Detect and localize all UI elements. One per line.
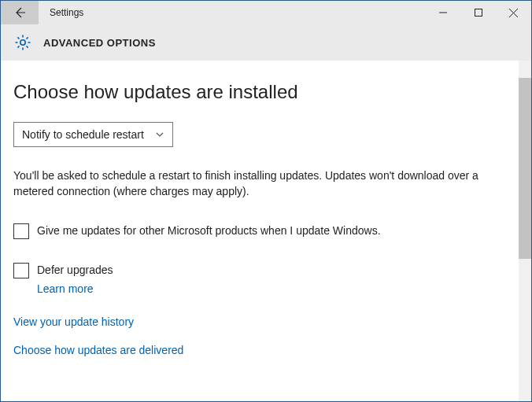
checkbox-defer-label: Defer upgrades <box>37 263 113 276</box>
content-area: Choose how updates are installed Notify … <box>1 61 531 402</box>
back-button[interactable] <box>1 1 39 24</box>
titlebar: Settings <box>1 1 531 24</box>
close-button[interactable] <box>496 1 531 24</box>
view-update-history-link[interactable]: View your update history <box>13 315 515 328</box>
window-title: Settings <box>39 7 83 18</box>
checkbox-row-other-products: Give me updates for other Microsoft prod… <box>13 223 515 239</box>
learn-more-link[interactable]: Learn more <box>37 282 94 295</box>
checkbox-other-products[interactable] <box>13 223 29 239</box>
install-mode-description: You'll be asked to schedule a restart to… <box>13 168 501 200</box>
close-icon <box>509 9 518 17</box>
svg-point-1 <box>20 40 25 45</box>
page-section-title: ADVANCED OPTIONS <box>43 37 156 49</box>
choose-delivery-link[interactable]: Choose how updates are delivered <box>13 344 515 356</box>
minimize-button[interactable] <box>425 1 460 24</box>
scrollbar-track[interactable] <box>519 61 531 402</box>
dropdown-value: Notify to schedule restart <box>22 128 144 141</box>
minimize-icon <box>439 9 447 17</box>
maximize-button[interactable] <box>460 1 496 24</box>
scrollbar-thumb[interactable] <box>519 78 531 259</box>
install-mode-dropdown[interactable]: Notify to schedule restart <box>13 122 173 147</box>
checkbox-other-products-label: Give me updates for other Microsoft prod… <box>37 223 381 237</box>
checkbox-row-defer: Defer upgrades <box>13 263 515 278</box>
chevron-down-icon <box>155 130 164 139</box>
maximize-icon <box>475 9 482 17</box>
svg-rect-0 <box>475 9 482 17</box>
subheader: ADVANCED OPTIONS <box>1 24 531 61</box>
checkbox-defer-upgrades[interactable] <box>13 263 29 278</box>
page-heading: Choose how updates are installed <box>13 81 515 103</box>
arrow-left-icon <box>13 6 26 19</box>
gear-icon <box>13 33 32 52</box>
content: Choose how updates are installed Notify … <box>1 61 531 388</box>
window-controls <box>425 1 531 24</box>
